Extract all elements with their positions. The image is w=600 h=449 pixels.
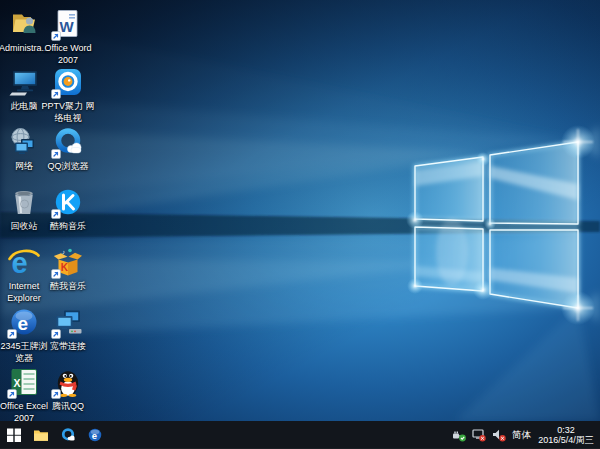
icon-label: Office Word 2007 [23,42,113,66]
2345-browser-icon: e [87,427,103,443]
windows-logo-icon [6,427,22,443]
taskbar-clock[interactable]: 0:32 2016/5/4/周三 [537,425,595,446]
svg-text:e: e [91,430,96,441]
icon-label: 酷我音乐 [23,280,113,292]
taskbar-file-explorer-button[interactable] [27,421,54,449]
volume-muted-icon[interactable] [492,428,506,442]
taskbar-2345-browser-button[interactable]: e [81,421,108,449]
shortcut-arrow-icon [7,329,17,339]
svg-text:K: K [61,262,69,273]
desktop-icon-pptv[interactable]: PPTV聚力 网 络电视 [23,66,113,124]
taskbar-qq-browser-button[interactable] [54,421,81,449]
folder-icon [33,427,49,443]
desktop-icon-kugou-music[interactable]: 酷狗音乐 [23,186,113,232]
shortcut-arrow-icon [51,31,61,41]
shortcut-arrow-icon [51,269,61,279]
icon-label: QQ浏览器 [23,160,113,172]
usb-safely-remove-icon[interactable] [452,428,466,442]
icon-label: 腾讯QQ [23,400,113,412]
shortcut-arrow-icon [51,149,61,159]
qq-browser-icon [60,427,76,443]
system-tray: 简体 0:32 2016/5/4/周三 [452,421,600,449]
icon-label: 宽带连接 [23,340,113,352]
shortcut-arrow-icon [51,209,61,219]
clock-time: 0:32 [537,425,595,436]
desktop-icon-kuwo-music[interactable]: ♪ K 酷我音乐 [23,246,113,292]
desktop: Administra... W Office Word 2007 [0,0,600,449]
icon-label: PPTV聚力 网 络电视 [23,100,113,124]
shortcut-arrow-icon [51,329,61,339]
desktop-icon-qq-browser[interactable]: QQ浏览器 [23,126,113,172]
shortcut-arrow-icon [51,389,61,399]
desktop-icon-broadband-connection[interactable]: 宽带连接 [23,306,113,352]
start-button[interactable] [0,421,27,449]
icon-label: 酷狗音乐 [23,220,113,232]
svg-text:X: X [14,377,21,389]
shortcut-arrow-icon [51,89,61,99]
desktop-icon-office-word-2007[interactable]: W Office Word 2007 [23,8,113,66]
shortcut-arrow-icon [7,389,17,399]
desktop-icon-tencent-qq[interactable]: 腾讯QQ [23,366,113,412]
network-disconnected-icon[interactable] [472,428,486,442]
input-method-indicator[interactable]: 简体 [512,421,531,449]
svg-text:W: W [60,18,75,35]
clock-date: 2016/5/4/周三 [537,435,595,446]
taskbar: e [0,421,600,449]
